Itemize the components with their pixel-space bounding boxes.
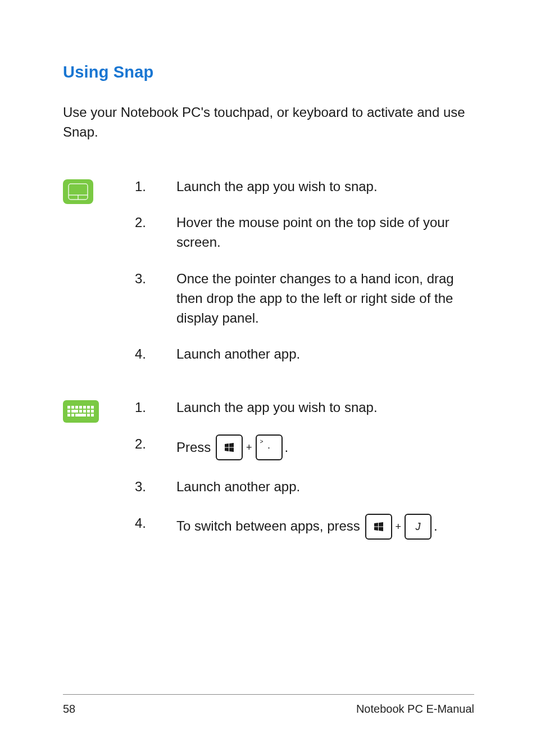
key-letter: J [416,519,421,534]
keyboard-icon [63,398,135,423]
svg-marker-24 [229,443,234,447]
step-body: Press + > · . [176,434,474,460]
svg-rect-16 [87,410,90,413]
step-number: 4. [135,345,176,364]
list-item: 4. Launch another app. [135,345,474,364]
windows-key-icon [216,434,243,460]
step-text: Once the pointer changes to a hand icon,… [176,269,474,328]
page: Using Snap Use your Notebook PC's touchp… [0,0,536,756]
svg-rect-8 [79,406,82,409]
footer-title: Notebook PC E-Manual [356,703,474,716]
list-item: 2. Hover the mouse point on the top side… [135,213,474,252]
touchpad-steps: 1. Launch the app you wish to snap. 2. H… [135,177,474,365]
step-text: Launch the app you wish to snap. [176,177,474,197]
svg-rect-13 [71,410,78,413]
section-title: Using Snap [63,63,474,82]
svg-marker-26 [229,447,234,452]
svg-rect-15 [83,410,86,413]
step-number: 1. [135,398,176,418]
step-text: Launch another app. [176,477,474,497]
svg-rect-5 [67,406,70,409]
svg-rect-17 [91,410,94,413]
step-number: 4. [135,514,176,533]
keyboard-steps: 1. Launch the app you wish to snap. 2. P… [135,398,474,540]
step-number: 2. [135,434,176,454]
list-item: 4. To switch between apps, press + J . [135,514,474,540]
step-suffix: . [434,517,438,536]
svg-rect-22 [91,414,94,417]
svg-rect-6 [71,406,74,409]
plus-text: + [396,519,402,534]
key-superscript: > [260,438,264,446]
windows-key-icon [365,514,392,540]
page-number: 58 [63,703,75,716]
svg-rect-19 [71,414,74,417]
svg-rect-18 [67,414,70,417]
period-key-icon: > · [256,434,283,460]
list-item: 3. Once the pointer changes to a hand ic… [135,269,474,328]
svg-rect-14 [79,410,82,413]
touchpad-method: 1. Launch the app you wish to snap. 2. H… [63,177,474,365]
step-suffix: . [285,438,289,458]
list-item: 1. Launch the app you wish to snap. [135,398,474,418]
svg-marker-27 [374,523,378,527]
list-item: 1. Launch the app you wish to snap. [135,177,474,197]
step-number: 3. [135,477,176,497]
key-center: · [267,440,270,455]
svg-marker-25 [225,447,229,451]
j-key-icon: J [405,514,431,540]
svg-marker-28 [379,522,383,527]
svg-rect-9 [83,406,86,409]
step-prefix: To switch between apps, press [176,517,364,536]
svg-marker-30 [379,527,383,531]
plus-text: + [246,440,252,455]
svg-rect-0 [63,179,93,204]
step-prefix: Press [176,438,215,458]
step-number: 3. [135,269,176,289]
svg-rect-21 [87,414,90,417]
touchpad-icon [63,177,135,204]
step-body: To switch between apps, press + J . [176,514,474,540]
keyboard-method: 1. Launch the app you wish to snap. 2. P… [63,398,474,540]
svg-rect-11 [91,406,94,409]
step-number: 1. [135,177,176,197]
step-text: Launch the app you wish to snap. [176,398,474,418]
list-item: 3. Launch another app. [135,477,474,497]
svg-marker-29 [374,527,378,531]
svg-rect-10 [87,406,90,409]
page-footer: 58 Notebook PC E-Manual [63,694,474,716]
svg-marker-23 [225,443,229,447]
svg-rect-7 [75,406,78,409]
svg-rect-12 [67,410,70,413]
list-item: 2. Press + > · . [135,434,474,460]
step-text: Launch another app. [176,345,474,364]
svg-rect-20 [75,414,86,417]
intro-text: Use your Notebook PC's touchpad, or keyb… [63,103,474,142]
step-number: 2. [135,213,176,233]
step-text: Hover the mouse point on the top side of… [176,213,474,252]
